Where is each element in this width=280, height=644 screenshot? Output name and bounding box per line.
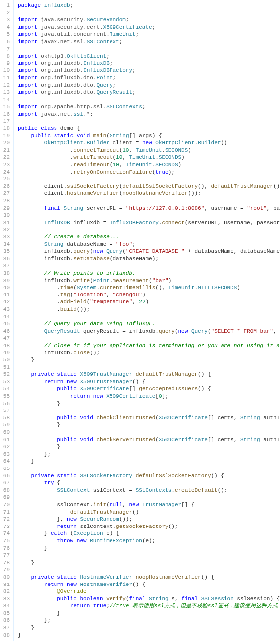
code-line[interactable]: // Write points to influxdb. <box>18 270 276 277</box>
line-number: 48 <box>2 342 10 350</box>
code-line[interactable]: return sslContext.getSocketFactory(); <box>18 523 276 530</box>
code-line[interactable]: OkHttpClient.Builder client = new OkHttp… <box>18 139 276 147</box>
code-line[interactable]: final String serverURL = "https://127.0.… <box>18 205 276 212</box>
code-line[interactable]: import org.influxdb.dto.Point; <box>18 74 276 82</box>
code-line[interactable]: influxdb.query(new Query("CREATE DATABAS… <box>18 248 276 255</box>
code-line[interactable] <box>18 364 276 371</box>
code-line[interactable]: import javax.net.ssl.SSLContext; <box>18 38 276 46</box>
code-line[interactable] <box>18 118 276 125</box>
code-line[interactable]: .writeTimeout(10, TimeUnit.SECONDS) <box>18 154 276 161</box>
code-line[interactable]: @Override <box>18 588 276 595</box>
code-line[interactable]: .addField("temperature", 22) <box>18 298 276 306</box>
code-line[interactable]: } <box>18 356 276 364</box>
line-number: 55 <box>2 393 10 400</box>
line-number: 40 <box>2 284 10 292</box>
code-line[interactable]: import javax.net.ssl.*; <box>18 111 276 118</box>
code-line[interactable] <box>18 494 276 501</box>
code-line[interactable] <box>18 212 276 219</box>
line-number: 16 <box>2 111 10 118</box>
code-line[interactable]: import org.influxdb.dto.Query; <box>18 82 276 89</box>
code-line[interactable]: }, new SecureRandom()); <box>18 516 276 523</box>
code-line[interactable]: influxdb.close(); <box>18 350 276 357</box>
code-line[interactable] <box>18 46 276 53</box>
code-line[interactable]: throw new RuntimeException(e); <box>18 537 276 545</box>
code-line[interactable]: import java.security.SecureRandom; <box>18 16 276 24</box>
code-line[interactable] <box>18 226 276 234</box>
code-line[interactable]: private static HostnameVerifier noopHost… <box>18 574 276 581</box>
code-line[interactable]: client.sslSocketFactory(defaultSslSocket… <box>18 183 276 190</box>
code-line[interactable]: } <box>18 559 276 567</box>
code-line[interactable]: return new X509TrustManager() { <box>18 378 276 386</box>
code-line[interactable]: } <box>18 400 276 408</box>
code-line[interactable]: } <box>18 632 276 639</box>
code-line[interactable]: import java.security.cert.X509Certificat… <box>18 24 276 31</box>
code-line[interactable]: public X509Certificate[] getAcceptedIssu… <box>18 385 276 393</box>
code-line[interactable]: influxdb.write(Point.measurement("bar") <box>18 277 276 285</box>
code-line[interactable]: .tag("location", "chengdu") <box>18 292 276 299</box>
code-line[interactable]: public static void main(String[] args) { <box>18 132 276 140</box>
code-line[interactable]: QueryResult queryResult = influxdb.query… <box>18 328 276 335</box>
code-line[interactable] <box>18 335 276 342</box>
code-line[interactable]: SSLContext sslContext = SSLContexts.crea… <box>18 487 276 494</box>
code-line[interactable]: private static X509TrustManager defaultT… <box>18 371 276 378</box>
code-line[interactable]: String databaseName = "foo"; <box>18 241 276 248</box>
code-line[interactable]: import org.apache.http.ssl.SSLContexts; <box>18 103 276 111</box>
code-line[interactable]: InfluxDB influxdb = InfluxDBFactory.conn… <box>18 219 276 227</box>
code-line[interactable]: // Query your data using InfluxQL. <box>18 320 276 328</box>
line-number: 75 <box>2 537 10 545</box>
code-line[interactable]: .retryOnConnectionFailure(true); <box>18 169 276 176</box>
line-number: 60 <box>2 429 10 436</box>
code-line[interactable]: } <box>18 624 276 632</box>
line-number: 28 <box>2 197 10 205</box>
code-line[interactable] <box>18 96 276 104</box>
code-line[interactable]: return true;//true 表示使用ssl方式，但是不校验ssl证书，… <box>18 602 276 610</box>
code-line[interactable]: import org.influxdb.dto.QueryResult; <box>18 89 276 96</box>
code-line[interactable]: private static SSLSocketFactory defaultS… <box>18 472 276 480</box>
code-line[interactable] <box>18 262 276 270</box>
code-line[interactable]: return new X509Certificate[0]; <box>18 393 276 400</box>
code-line[interactable]: influxdb.setDatabase(databaseName); <box>18 255 276 263</box>
code-line[interactable]: import okhttp3.OkHttpClient; <box>18 53 276 60</box>
code-line[interactable] <box>18 465 276 472</box>
code-line[interactable] <box>18 197 276 205</box>
code-line[interactable] <box>18 407 276 414</box>
code-line[interactable]: return new HostnameVerifier() { <box>18 581 276 588</box>
code-line[interactable]: // Close it if your application is termi… <box>18 342 276 350</box>
code-line[interactable] <box>18 9 276 17</box>
line-number: 12 <box>2 82 10 89</box>
code-editor[interactable]: package influxdb;import java.security.Se… <box>14 0 280 641</box>
code-line[interactable]: public void checkServerTrusted(X509Certi… <box>18 436 276 444</box>
code-line[interactable]: .time(System.currentTimeMillis(), TimeUn… <box>18 284 276 292</box>
code-line[interactable] <box>18 429 276 436</box>
code-line[interactable] <box>18 313 276 321</box>
code-line[interactable]: import java.util.concurrent.TimeUnit; <box>18 31 276 38</box>
code-line[interactable]: public boolean verify(final String s, fi… <box>18 595 276 603</box>
code-line[interactable]: defaultTrustManager() <box>18 509 276 516</box>
code-line[interactable]: public class demo { <box>18 125 276 132</box>
code-line[interactable]: }; <box>18 451 276 458</box>
code-line[interactable]: public void checkClientTrusted(X509Certi… <box>18 414 276 422</box>
code-line[interactable]: } <box>18 458 276 465</box>
code-line[interactable]: client.hostnameVerifier(noopHostnameVeri… <box>18 190 276 197</box>
code-line[interactable]: }; <box>18 617 276 624</box>
code-line[interactable]: } catch (Exception e) { <box>18 530 276 537</box>
line-number: 82 <box>2 588 10 595</box>
code-line[interactable]: } <box>18 421 276 429</box>
code-line[interactable]: } <box>18 443 276 451</box>
code-line[interactable] <box>18 552 276 559</box>
code-line[interactable]: sslContext.init(null, new TrustManager[]… <box>18 501 276 509</box>
code-line[interactable]: } <box>18 545 276 552</box>
code-line[interactable]: .build()); <box>18 306 276 313</box>
code-line[interactable]: import org.influxdb.InfluxDB; <box>18 60 276 67</box>
code-line[interactable]: package influxdb; <box>18 2 276 9</box>
code-line[interactable] <box>18 566 276 574</box>
code-line[interactable]: } <box>18 610 276 617</box>
code-line[interactable]: // Create a database... <box>18 234 276 241</box>
code-line[interactable]: .readTimeout(10, TimeUnit.SECONDS) <box>18 161 276 169</box>
line-number: 78 <box>2 559 10 567</box>
code-line[interactable]: .connectTimeout(10, TimeUnit.SECONDS) <box>18 147 276 154</box>
line-number: 76 <box>2 545 10 552</box>
code-line[interactable]: import org.influxdb.InfluxDBFactory; <box>18 67 276 74</box>
code-line[interactable] <box>18 176 276 183</box>
code-line[interactable]: try { <box>18 479 276 487</box>
